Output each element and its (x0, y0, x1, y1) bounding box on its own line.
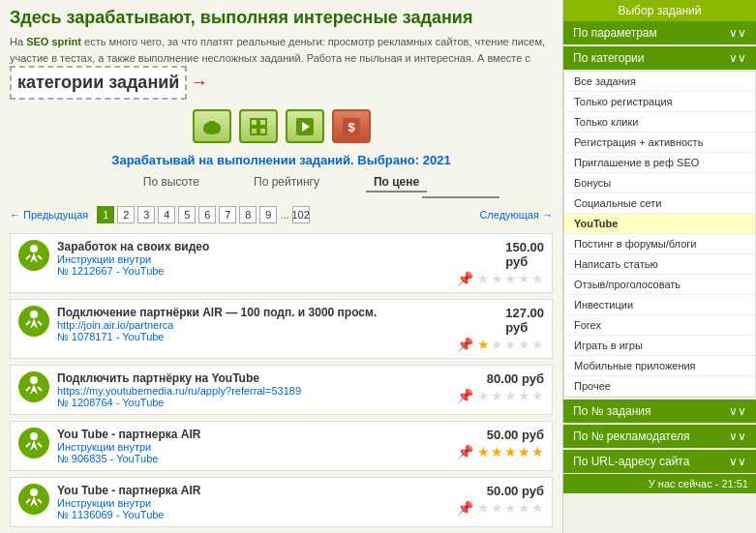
pin-icon-2[interactable]: 📌 (457, 388, 473, 403)
star-4-3: ★ (504, 500, 517, 516)
table-row: Подключение партнёрки AIR — 100 подп. и … (10, 299, 553, 359)
page-9[interactable]: 9 (259, 206, 277, 223)
cat-forex[interactable]: Forex (564, 315, 755, 336)
pin-icon-3[interactable]: 📌 (457, 444, 473, 459)
params-section: По параметрам ∨∨ (563, 21, 756, 44)
advertiser-num-chevron: ∨∨ (729, 429, 746, 443)
icon-btn-red[interactable]: $ (332, 109, 371, 143)
star-1-4: ★ (518, 337, 530, 352)
category-banner: категории заданий (10, 66, 187, 100)
cat-bonuses[interactable]: Бонусы (564, 173, 755, 193)
page-3[interactable]: 3 (137, 206, 155, 223)
pagination: ← Предыдущая 1 2 3 4 5 6 7 8 9 ... 102 С… (10, 206, 553, 223)
cat-ref-seo[interactable]: Приглашение в реф SEO (564, 153, 755, 173)
params-chevron-icon: ∨∨ (729, 26, 746, 40)
table-row: You Tube - партнерка AIR Инструкции внут… (10, 421, 553, 471)
star-3-5: ★ (531, 444, 544, 459)
play-icon (295, 117, 315, 136)
task-actions-4: 📌 ★ ★ ★ ★ ★ (457, 500, 544, 516)
task-stars-2: ★ ★ ★ ★ ★ (477, 388, 544, 403)
task-subtitle-4: Инструкции внутри (57, 497, 449, 509)
page-102[interactable]: 102 (292, 206, 310, 223)
page-1[interactable]: 1 (97, 206, 114, 223)
cat-clicks-only[interactable]: Только клики (564, 112, 755, 133)
star-0-5: ★ (531, 271, 544, 286)
svg-point-16 (30, 432, 38, 440)
task-id-4[interactable]: № 1136069 - YouTube (57, 509, 449, 520)
task-id-2[interactable]: № 1208764 - YouTube (57, 397, 449, 408)
task-title-4[interactable]: You Tube - партнерка AIR (57, 484, 449, 497)
task-title-3[interactable]: You Tube - партнерка AIR (57, 428, 449, 441)
star-4-1: ★ (477, 500, 490, 516)
url-btn[interactable]: По URL-адресу сайта ∨∨ (563, 450, 756, 473)
svg-rect-5 (251, 119, 257, 126)
task-title-0[interactable]: Заработок на своих видео (57, 240, 449, 253)
table-row: Подключить партнёрку на YouTube https://… (10, 365, 553, 415)
page-4[interactable]: 4 (158, 206, 175, 223)
task-id-0[interactable]: № 1212667 - YouTube (57, 265, 449, 277)
page-6[interactable]: 6 (198, 206, 216, 223)
category-section: По категории ∨∨ Все задания Только регис… (563, 46, 756, 398)
cat-invest[interactable]: Инвестиции (564, 295, 755, 315)
task-right-1: 127.00руб 📌 ★ ★ ★ ★ ★ (457, 306, 544, 352)
icon-btn-grid[interactable] (239, 109, 278, 143)
page-title: Здесь зарабатывают, выполняя интересные … (10, 8, 553, 28)
cat-all[interactable]: Все задания (564, 72, 755, 92)
cloud-icon (201, 118, 223, 135)
cat-reg-activity[interactable]: Регистрация + активность (564, 133, 755, 153)
svg-rect-8 (259, 128, 266, 134)
svg-point-14 (30, 311, 38, 318)
task-actions-2: 📌 ★ ★ ★ ★ ★ (457, 388, 544, 403)
page-2[interactable]: 2 (117, 206, 135, 223)
cat-reg-only[interactable]: Только регистрация (564, 92, 755, 112)
task-title-1[interactable]: Подключение партнёрки AIR — 100 подп. и … (57, 306, 449, 319)
sort-tab-height[interactable]: По высоте (136, 173, 207, 192)
category-btn[interactable]: По категории ∨∨ (563, 46, 756, 70)
task-stars-4: ★ ★ ★ ★ ★ (477, 500, 544, 516)
svg-point-4 (206, 121, 218, 131)
star-2-5: ★ (531, 388, 544, 403)
task-icon-2 (18, 371, 49, 402)
cat-mobile[interactable]: Мобильные приложения (564, 356, 755, 376)
cat-article[interactable]: Написать статью (564, 254, 755, 275)
svg-rect-7 (251, 128, 257, 134)
task-id-1[interactable]: № 1078171 - YouTube (57, 331, 449, 342)
pin-icon-4[interactable]: 📌 (457, 500, 473, 516)
table-row: Заработок на своих видео Инструкции внут… (10, 233, 553, 293)
person-run-icon-3 (20, 429, 47, 457)
red-icon: $ (342, 117, 361, 136)
pagination-ellipsis: ... (280, 209, 288, 221)
sort-tab-rating[interactable]: По рейтингу (246, 173, 327, 192)
task-icon-1 (18, 306, 49, 337)
cat-other[interactable]: Прочее (564, 376, 755, 397)
person-run-icon-4 (20, 486, 47, 513)
cat-youtube[interactable]: YouTube (564, 214, 755, 234)
sort-tab-price[interactable]: По цене (366, 173, 427, 192)
page-description: На SEO sprint есть много чего, за что пл… (10, 34, 553, 100)
cat-games[interactable]: Играть в игры (564, 336, 755, 356)
icon-btn-play[interactable] (286, 109, 324, 143)
params-btn-label: По параметрам (573, 26, 657, 40)
prev-page-btn[interactable]: ← Предыдущая (10, 209, 88, 221)
next-page-btn[interactable]: Следующая → (479, 209, 553, 221)
arrow-icon: → (190, 73, 207, 92)
task-subtitle-2: https://my.youtubemedia.ru/ru/apply?refe… (57, 385, 449, 397)
icon-btn-cloud[interactable] (193, 109, 231, 143)
table-row: You Tube - партнерка AIR Инструкции внут… (10, 477, 553, 527)
advertiser-num-btn[interactable]: По № рекламодателя ∨∨ (563, 425, 756, 448)
task-actions-0: 📌 ★ ★ ★ ★ ★ (457, 271, 544, 286)
params-btn[interactable]: По параметрам ∨∨ (563, 21, 756, 44)
cat-review[interactable]: Отзыв/проголосовать (564, 275, 755, 295)
task-title-2[interactable]: Подключить партнёрку на YouTube (57, 371, 449, 385)
star-4-4: ★ (518, 500, 530, 516)
page-7[interactable]: 7 (219, 206, 236, 223)
pin-icon-1[interactable]: 📌 (457, 337, 473, 352)
task-num-btn[interactable]: По № задания ∨∨ (563, 400, 756, 423)
task-id-3[interactable]: № 906835 - YouTube (57, 453, 449, 464)
cat-social[interactable]: Социальные сети (564, 193, 755, 214)
page-8[interactable]: 8 (239, 206, 257, 223)
pin-icon-0[interactable]: 📌 (457, 271, 473, 286)
task-subtitle-0: Инструкции внутри (57, 253, 449, 265)
page-5[interactable]: 5 (178, 206, 196, 223)
cat-forums[interactable]: Постинг в форумы/блоги (564, 234, 755, 254)
